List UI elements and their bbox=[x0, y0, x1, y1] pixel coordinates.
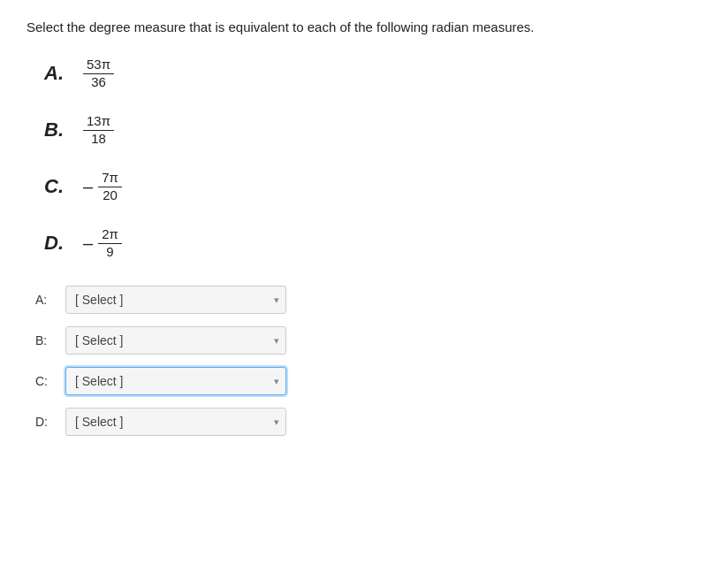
fraction-a: 53π 36 bbox=[83, 57, 114, 89]
select-a-dropdown[interactable]: [ Select ]265°130°-63°-40°530°260°-126°-… bbox=[65, 286, 286, 314]
problem-c: C. – 7π 20 bbox=[44, 171, 680, 202]
selects-section: A: [ Select ]265°130°-63°-40°530°260°-12… bbox=[27, 286, 680, 436]
problem-b: B. 13π 18 bbox=[44, 114, 680, 146]
fraction-d-numerator: 2π bbox=[98, 227, 122, 244]
select-b-dropdown[interactable]: [ Select ]265°130°-63°-40°530°260°-126°-… bbox=[65, 326, 286, 355]
problem-a-fraction: 53π 36 bbox=[83, 57, 114, 89]
fraction-d: 2π 9 bbox=[98, 227, 122, 259]
instruction-text: Select the degree measure that is equiva… bbox=[27, 18, 680, 36]
fraction-c: 7π 20 bbox=[98, 171, 122, 202]
fraction-c-numerator: 7π bbox=[98, 171, 122, 187]
select-b-wrapper: [ Select ]265°130°-63°-40°530°260°-126°-… bbox=[65, 326, 286, 355]
select-d-label: D: bbox=[35, 415, 58, 429]
problems-section: A. 53π 36 B. 13π 18 C. – 7π 20 D. bbox=[27, 57, 680, 259]
select-a-wrapper: [ Select ]265°130°-63°-40°530°260°-126°-… bbox=[65, 286, 286, 314]
fraction-a-numerator: 53π bbox=[83, 57, 114, 74]
select-row-b: B: [ Select ]265°130°-63°-40°530°260°-12… bbox=[35, 326, 680, 355]
problem-d: D. – 2π 9 bbox=[44, 227, 680, 259]
select-row-d: D: [ Select ]265°130°-63°-40°530°260°-12… bbox=[35, 408, 680, 436]
problem-d-label: D. bbox=[44, 232, 71, 255]
select-c-dropdown[interactable]: [ Select ]265°130°-63°-40°530°260°-126°-… bbox=[65, 367, 286, 395]
select-d-wrapper: [ Select ]265°130°-63°-40°530°260°-126°-… bbox=[65, 408, 286, 436]
select-row-c: C: [ Select ]265°130°-63°-40°530°260°-12… bbox=[35, 367, 680, 395]
fraction-a-denominator: 36 bbox=[87, 74, 110, 90]
problem-d-negative: – bbox=[83, 233, 93, 254]
fraction-b-numerator: 13π bbox=[83, 114, 114, 131]
select-row-a: A: [ Select ]265°130°-63°-40°530°260°-12… bbox=[35, 286, 680, 314]
select-c-label: C: bbox=[35, 374, 58, 388]
problem-a: A. 53π 36 bbox=[44, 57, 680, 89]
problem-a-label: A. bbox=[44, 62, 71, 85]
fraction-c-denominator: 20 bbox=[99, 187, 121, 203]
select-d-dropdown[interactable]: [ Select ]265°130°-63°-40°530°260°-126°-… bbox=[65, 408, 286, 436]
select-b-label: B: bbox=[35, 333, 58, 347]
fraction-b: 13π 18 bbox=[83, 114, 114, 146]
select-c-wrapper: [ Select ]265°130°-63°-40°530°260°-126°-… bbox=[65, 367, 286, 395]
problem-b-fraction: 13π 18 bbox=[83, 114, 114, 146]
problem-c-negative: – bbox=[83, 177, 93, 197]
problem-c-fraction: – 7π 20 bbox=[83, 171, 122, 202]
fraction-d-denominator: 9 bbox=[103, 244, 117, 260]
problem-d-fraction: – 2π 9 bbox=[83, 227, 122, 259]
fraction-b-denominator: 18 bbox=[87, 131, 110, 147]
problem-c-label: C. bbox=[44, 175, 71, 198]
select-a-label: A: bbox=[35, 293, 58, 307]
problem-b-label: B. bbox=[44, 118, 71, 141]
